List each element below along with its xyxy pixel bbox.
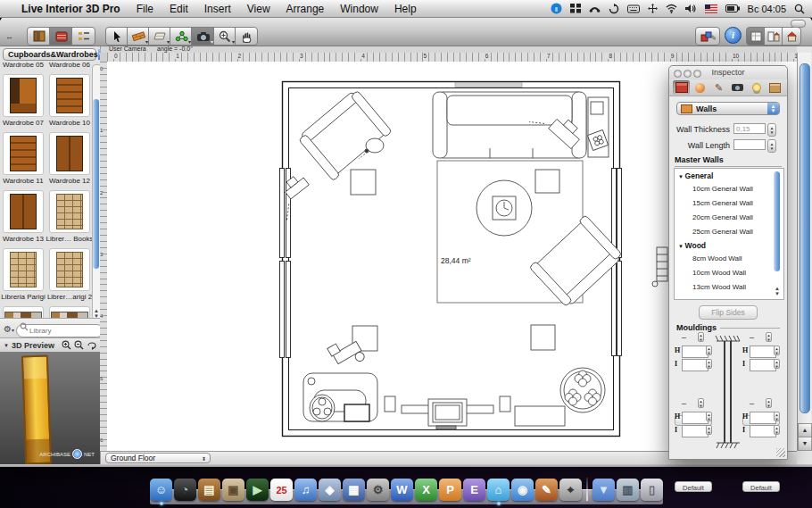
menu-view[interactable]: View <box>247 3 270 15</box>
dock-icon-spaces[interactable]: ▦ <box>343 479 365 501</box>
wall-preset-row[interactable]: 15cm General Wall <box>675 196 783 210</box>
menu-help[interactable]: Help <box>394 3 417 15</box>
arrange-tools-button[interactable]: ✎ <box>695 27 720 46</box>
dock-icon-documents-stack[interactable]: ▥ <box>617 479 639 501</box>
tab-building-properties[interactable] <box>673 80 690 95</box>
library-item[interactable]: Wardrobe 05 <box>0 61 46 69</box>
stepper[interactable]: ▲▼ <box>774 425 780 435</box>
3d-preview-pane[interactable]: ARCHIBASE NET <box>0 352 100 464</box>
library-list-button[interactable] <box>71 27 95 46</box>
stepper[interactable]: ▲▼ <box>706 425 712 435</box>
wall-tool-button[interactable]: ▾ <box>127 27 150 46</box>
menu-file[interactable]: File <box>137 3 153 15</box>
wall-thickness-field[interactable] <box>733 123 766 134</box>
toolbar-toggle-pill[interactable] <box>791 20 806 28</box>
library-item-thumbnail[interactable] <box>49 74 90 117</box>
disclosure-triangle-icon[interactable]: ▼ <box>4 343 9 348</box>
library-item[interactable]: Wardrobe 13 <box>0 185 46 243</box>
library-item[interactable]: Librer… Books <box>46 185 93 243</box>
grid-menu-icon[interactable] <box>570 4 581 13</box>
menu-insert[interactable]: Insert <box>204 3 231 15</box>
side-table[interactable] <box>351 170 376 195</box>
side-table[interactable] <box>531 325 555 350</box>
moulding-height-field[interactable] <box>682 412 708 424</box>
menu-window[interactable]: Window <box>340 3 378 15</box>
stepper[interactable]: ▲▼ <box>698 332 704 342</box>
library-item[interactable]: Wardrobe 12 <box>46 127 93 185</box>
wifi-icon[interactable] <box>666 4 677 13</box>
camera-tool-button[interactable]: ▾ <box>191 27 215 46</box>
moulding-style-popup[interactable]: – <box>682 333 686 342</box>
zoom-out-icon[interactable] <box>74 340 84 350</box>
plant[interactable] <box>560 368 605 412</box>
floor-selector[interactable]: Ground Floor ⬍ <box>105 453 211 463</box>
moulding-height-field[interactable] <box>750 346 776 358</box>
info-button[interactable]: i <box>725 27 742 44</box>
dock-icon-creative-app[interactable]: ✎ <box>535 479 558 501</box>
view-2d-button[interactable] <box>746 27 766 46</box>
inspector-minimize-button[interactable] <box>684 70 692 78</box>
stepper[interactable]: ▲▼ <box>774 412 780 421</box>
resize-grip[interactable] <box>776 448 785 457</box>
wall-group-row[interactable]: ▼ Wood <box>675 238 783 251</box>
floor-tool-button[interactable]: ▾ <box>148 27 171 46</box>
zoom-in-icon[interactable] <box>62 340 71 350</box>
moulding-inset-field[interactable] <box>682 359 708 371</box>
hand-tool-button[interactable] <box>235 27 258 46</box>
disclosure-triangle-icon[interactable]: ▼ <box>678 174 685 179</box>
walls-list-scrollbar[interactable]: ▲▼ <box>774 170 782 296</box>
library-item[interactable]: Wardrobe 11 <box>0 127 46 185</box>
dock-icon-grab[interactable]: ⌖ <box>559 479 582 501</box>
inspector-close-button[interactable] <box>674 70 682 78</box>
wall-cabinet[interactable] <box>587 97 609 157</box>
moulding-style-popup[interactable]: – <box>682 399 686 408</box>
dock-icon-iphoto[interactable]: ◈ <box>319 479 341 501</box>
wall-length-field[interactable] <box>733 139 766 150</box>
library-cupboards-button[interactable] <box>49 27 73 46</box>
preview-cabinet-3d[interactable] <box>21 355 52 464</box>
radiator[interactable] <box>652 247 667 287</box>
phone-icon[interactable] <box>589 4 601 13</box>
dock-icon-ms-word[interactable]: W <box>391 479 413 501</box>
wall-preset-row[interactable]: 10cm General Wall <box>675 181 783 196</box>
flip-sides-button[interactable]: Flip Sides <box>699 305 758 320</box>
search-input[interactable] <box>16 324 104 337</box>
library-item-thumbnail[interactable] <box>3 248 44 291</box>
walls-scroll-arrows[interactable]: ▲▼ <box>774 286 781 296</box>
scroll-up-button[interactable]: ▲ <box>798 423 812 437</box>
moulding-height-field[interactable] <box>682 346 708 358</box>
moulding-inset-field[interactable] <box>750 359 776 371</box>
library-item[interactable]: Wardrobe 10 <box>46 69 93 127</box>
scroll-down-button[interactable]: ▼ <box>798 437 812 451</box>
wall-group-row[interactable]: ▼ General <box>675 169 783 181</box>
stepper[interactable]: ▲▼ <box>766 332 772 342</box>
volume-icon[interactable] <box>685 4 697 13</box>
library-item-thumbnail[interactable] <box>49 248 90 291</box>
keyboard-icon[interactable] <box>627 4 640 13</box>
library-item[interactable]: Wardrobe 07 <box>0 69 46 127</box>
dock-icon-dashboard[interactable]: ◔ <box>174 479 196 501</box>
tab-edit[interactable]: ✎ <box>710 80 727 95</box>
dock-icon-ms-entourage[interactable]: E <box>463 479 485 501</box>
move-tool-icon[interactable] <box>648 4 658 13</box>
library-item-thumbnail[interactable] <box>3 132 44 175</box>
dock-icon-safari[interactable]: ◉ <box>511 479 534 501</box>
menubar-clock[interactable]: Bc 04:05 <box>748 4 786 14</box>
stepper[interactable]: ▲▼ <box>774 359 780 369</box>
dock-icon-ms-powerpoint[interactable]: P <box>439 479 461 501</box>
stepper[interactable]: ▲▼ <box>706 412 712 421</box>
moulding-style-popup[interactable]: – <box>750 333 754 342</box>
library-furniture-button[interactable] <box>27 27 51 46</box>
gear-icon[interactable]: ⚙▾ <box>4 324 14 334</box>
battery-icon[interactable] <box>725 4 740 12</box>
wall-preset-row[interactable]: 13cm Wood Wall <box>675 279 783 294</box>
stepper[interactable]: ▲▼ <box>766 398 772 408</box>
dock-icon-trash[interactable]: ▯ <box>641 479 663 501</box>
rotate-view-icon[interactable] <box>87 340 96 350</box>
disclosure-triangle-icon[interactable]: ▼ <box>678 244 685 249</box>
parallels-icon[interactable]: ‖ <box>551 3 562 14</box>
stepper[interactable]: ▲▼ <box>774 346 780 355</box>
dock-icon-archive-utility[interactable]: ▣ <box>222 479 244 501</box>
menu-edit[interactable]: Edit <box>170 3 188 15</box>
wall-preset-row[interactable]: 20cm General Wall <box>675 210 783 224</box>
